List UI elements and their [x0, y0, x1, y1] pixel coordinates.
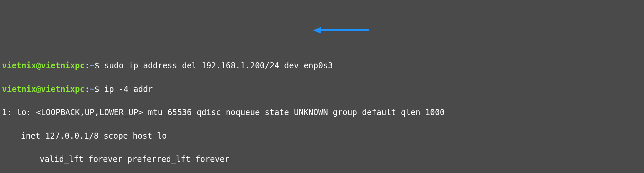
- prompt-dollar: $: [95, 61, 99, 70]
- output-line: inet 127.0.0.1/8 scope host lo: [2, 130, 642, 142]
- terminal-output: vietnix@vietnixpc:~$ sudo ip address del…: [2, 48, 642, 173]
- prompt-host: vietnixpc: [41, 84, 85, 94]
- prompt-dollar: $: [95, 84, 99, 94]
- prompt-user: vietnix: [2, 84, 36, 94]
- prompt-host: vietnixpc: [41, 61, 85, 70]
- output-line: 1: lo: <LOOPBACK,UP,LOWER_UP> mtu 65536 …: [2, 107, 642, 118]
- annotation-arrow-icon: [313, 3, 370, 46]
- prompt-user: vietnix: [2, 61, 36, 70]
- prompt-path: ~: [90, 61, 94, 70]
- prompt-colon: :: [85, 61, 90, 70]
- command-text-1: sudo ip address del 192.168.1.200/24 dev…: [104, 61, 333, 70]
- svg-marker-1: [313, 27, 321, 34]
- output-line: valid_lft forever preferred_lft forever: [2, 153, 642, 165]
- command-line-1[interactable]: vietnix@vietnixpc:~$ sudo ip address del…: [2, 60, 642, 72]
- prompt-colon: :: [85, 84, 90, 94]
- prompt-at: @: [36, 84, 41, 94]
- prompt-at: @: [36, 61, 41, 70]
- prompt-path: ~: [90, 84, 94, 94]
- command-line-2[interactable]: vietnix@vietnixpc:~$ ip -4 addr: [2, 83, 642, 95]
- command-text-2: ip -4 addr: [104, 84, 153, 94]
